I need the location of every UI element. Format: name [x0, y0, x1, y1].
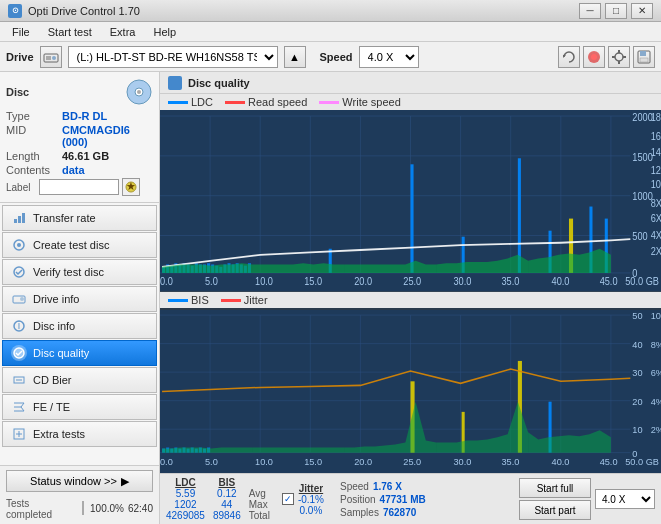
extra-tests-label: Extra tests [33, 428, 85, 440]
svg-text:40.0: 40.0 [552, 275, 570, 287]
svg-text:25.0: 25.0 [403, 457, 421, 467]
svg-text:30.0: 30.0 [453, 457, 471, 467]
bottom-chart-area: BIS Jitter [160, 292, 661, 473]
status-window-arrow: ▶ [121, 475, 129, 488]
menu-help[interactable]: Help [145, 24, 184, 40]
speed-stat-value: 1.76 X [373, 481, 402, 492]
nav-transfer-rate[interactable]: Transfer rate [2, 205, 157, 231]
max-label: Max [249, 499, 268, 510]
legend-ldc: LDC [168, 96, 213, 108]
nav-verify-test-disc[interactable]: Verify test disc [2, 259, 157, 285]
status-window-btn[interactable]: Status window >> ▶ [6, 470, 153, 492]
type-value: BD-R DL [62, 110, 107, 122]
svg-text:35.0: 35.0 [501, 275, 519, 287]
jitter-checkbox[interactable]: ✓ [282, 493, 294, 505]
ldc-label: LDC [191, 96, 213, 108]
disc-info-icon: i [11, 318, 27, 334]
nav-buttons: Transfer rate Create test disc Verify te… [0, 203, 159, 465]
eject-button[interactable]: ▲ [284, 46, 306, 68]
svg-text:25.0: 25.0 [403, 275, 421, 287]
svg-text:15.0: 15.0 [304, 275, 322, 287]
type-label: Type [6, 110, 58, 122]
svg-text:i: i [18, 319, 20, 331]
sidebar: Disc Type BD-R DL MID CMCMAGDI6 (000) Le… [0, 72, 160, 524]
nav-fe-te[interactable]: FE / TE [2, 394, 157, 420]
nav-drive-info[interactable]: Drive info [2, 286, 157, 312]
burn-button[interactable] [583, 46, 605, 68]
svg-rect-21 [22, 213, 25, 223]
svg-text:★: ★ [126, 180, 136, 192]
verify-test-disc-label: Verify test disc [33, 266, 104, 278]
samples-value: 762870 [383, 507, 416, 518]
bis-label: BIS [191, 294, 209, 306]
svg-text:18X: 18X [651, 111, 661, 123]
label-input[interactable] [39, 179, 119, 195]
jitter-section: ✓ Jitter -0.1% 0.0% [282, 483, 324, 516]
disc-icon [125, 78, 153, 106]
progress-section: Tests completed 100.0% 62:40 [6, 496, 153, 520]
legend-write-speed: Write speed [319, 96, 401, 108]
svg-text:35.0: 35.0 [501, 457, 519, 467]
length-value: 46.61 GB [62, 150, 109, 162]
disc-type-row: Type BD-R DL [6, 110, 153, 122]
disc-title: Disc [6, 86, 29, 98]
svg-point-23 [17, 243, 21, 247]
minimize-button[interactable]: ─ [579, 3, 601, 19]
svg-marker-3 [563, 55, 566, 58]
svg-text:5.0: 5.0 [205, 275, 218, 287]
window-controls: ─ □ ✕ [579, 3, 653, 19]
menu-start-test[interactable]: Start test [40, 24, 100, 40]
label-icon-btn[interactable]: ★ [122, 178, 140, 196]
speed-pos-section: Speed 1.76 X Position 47731 MB Samples 7… [340, 481, 426, 518]
jitter-legend-label: Jitter [244, 294, 268, 306]
label-key: Label [6, 182, 36, 193]
progress-text: 100.0% [88, 503, 124, 514]
svg-rect-19 [14, 219, 17, 223]
bottom-chart-svg: 50 40 30 20 10 0 10% 8% 6% 4% 2% 0.0 5.0… [160, 292, 661, 473]
disc-header: Disc [6, 78, 153, 106]
contents-label: Contents [6, 164, 58, 176]
start-part-btn[interactable]: Start part [519, 500, 591, 520]
menu-file[interactable]: File [4, 24, 38, 40]
svg-point-5 [591, 54, 597, 60]
ldc-total: 4269085 [166, 510, 205, 521]
cd-bier-icon [11, 372, 27, 388]
svg-text:10.0: 10.0 [255, 457, 273, 467]
close-button[interactable]: ✕ [631, 3, 653, 19]
svg-text:10%: 10% [651, 311, 661, 321]
drive-select[interactable]: (L:) HL-DT-ST BD-RE WH16NS58 TST4 [68, 46, 278, 68]
svg-rect-31 [16, 379, 22, 381]
jitter-color [221, 299, 241, 302]
svg-rect-10 [623, 56, 626, 58]
drive-icon-btn[interactable] [40, 46, 62, 68]
maximize-button[interactable]: □ [605, 3, 627, 19]
nav-create-test-disc[interactable]: Create test disc [2, 232, 157, 258]
jitter-max: 0.0% [300, 505, 323, 516]
nav-disc-quality[interactable]: Disc quality [2, 340, 157, 366]
nav-disc-info[interactable]: i Disc info [2, 313, 157, 339]
write-speed-color [319, 101, 339, 104]
mid-label: MID [6, 124, 58, 148]
speed-select[interactable]: 4.0 X [359, 46, 419, 68]
speed-dropdown[interactable]: 4.0 X [595, 489, 655, 509]
svg-text:6X: 6X [651, 213, 661, 225]
position-row: Position 47731 MB [340, 494, 426, 505]
ldc-max: 1202 [174, 499, 196, 510]
bis-avg: 0.12 [217, 488, 236, 499]
nav-cd-bier[interactable]: CD Bier [2, 367, 157, 393]
menu-extra[interactable]: Extra [102, 24, 144, 40]
start-full-btn[interactable]: Start full [519, 478, 591, 498]
refresh-button[interactable] [558, 46, 580, 68]
nav-extra-tests[interactable]: Extra tests [2, 421, 157, 447]
settings-button[interactable] [608, 46, 630, 68]
avg-label: Avg [249, 488, 266, 499]
position-label: Position [340, 494, 376, 505]
svg-text:50.0 GB: 50.0 GB [625, 457, 659, 467]
speed-label: Speed [320, 51, 353, 63]
position-value: 47731 MB [380, 494, 426, 505]
charts-container: 2000 1500 1000 500 0 18X 16X 14X 12X 10X… [160, 110, 661, 473]
drive-icon [43, 49, 59, 65]
stats-labels-col: Avg Max Total [249, 477, 270, 521]
save-button[interactable] [633, 46, 655, 68]
svg-marker-165 [162, 448, 252, 453]
